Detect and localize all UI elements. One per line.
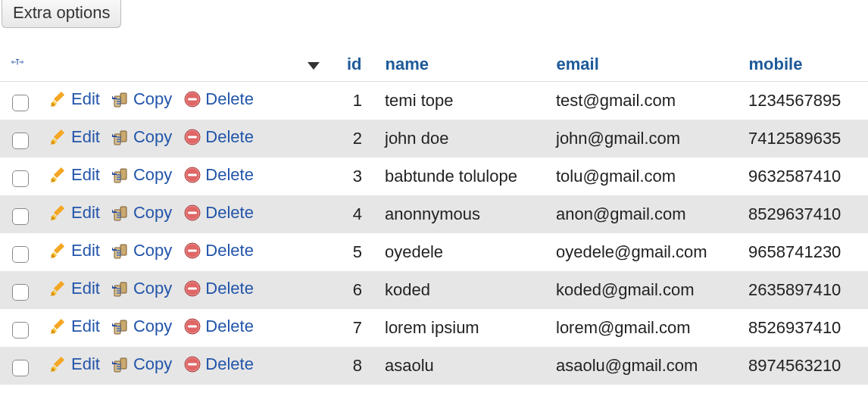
copy-link[interactable]: Copy (112, 127, 172, 147)
delete-label: Delete (205, 317, 254, 336)
edit-icon (50, 318, 67, 335)
edit-link[interactable]: Edit (50, 203, 100, 223)
delete-link[interactable]: Delete (184, 203, 254, 223)
copy-icon (112, 204, 129, 221)
row-checkbox[interactable] (12, 170, 29, 187)
copy-link[interactable]: Copy (112, 317, 172, 336)
cell-name: temi tope (376, 82, 547, 120)
edit-label: Edit (71, 317, 100, 336)
cell-email: lorem@gmail.com (547, 309, 739, 347)
edit-label: Edit (71, 203, 100, 223)
copy-label: Copy (133, 89, 172, 109)
copy-label: Copy (133, 203, 172, 223)
copy-label: Copy (133, 317, 172, 336)
delete-link[interactable]: Delete (184, 127, 254, 147)
delete-link[interactable]: Delete (184, 317, 254, 336)
copy-link[interactable]: Copy (112, 165, 172, 185)
copy-link[interactable]: Copy (112, 241, 172, 261)
cell-email: koded@gmail.com (547, 271, 739, 309)
delete-label: Delete (205, 127, 254, 147)
delete-link[interactable]: Delete (184, 279, 254, 298)
copy-link[interactable]: Copy (112, 279, 172, 298)
row-checkbox[interactable] (12, 322, 29, 339)
edit-link[interactable]: Edit (50, 165, 100, 185)
sort-dropdown-icon[interactable] (308, 55, 320, 74)
cell-email: oyedele@gmail.com (547, 233, 739, 271)
cell-mobile: 8974563210 (739, 347, 868, 385)
extra-options-button[interactable]: Extra options (2, 0, 121, 28)
table-row: EditCopyDelete5oyedeleoyedele@gmail.com9… (0, 233, 868, 271)
delete-icon (184, 280, 201, 297)
cell-email: anon@gmail.com (547, 195, 739, 233)
cell-mobile: 2635897410 (739, 271, 868, 309)
copy-icon (112, 356, 129, 373)
column-header-email[interactable]: email (557, 55, 599, 73)
column-header-actions (0, 48, 333, 82)
cell-mobile: 7412589635 (739, 120, 868, 158)
row-checkbox[interactable] (12, 95, 29, 111)
row-checkbox[interactable] (12, 246, 29, 263)
copy-icon (112, 167, 129, 183)
row-actions-cell: EditCopyDelete (0, 120, 333, 158)
table-row: EditCopyDelete1temi topetest@gmail.com12… (0, 82, 868, 120)
copy-icon (112, 242, 129, 259)
delete-icon (184, 242, 201, 259)
delete-icon (184, 356, 201, 373)
delete-label: Delete (205, 241, 254, 261)
copy-label: Copy (133, 165, 172, 185)
copy-link[interactable]: Copy (112, 354, 172, 374)
copy-icon (112, 91, 129, 108)
delete-label: Delete (205, 89, 254, 109)
row-checkbox[interactable] (12, 284, 29, 301)
row-actions-cell: EditCopyDelete (0, 195, 333, 233)
edit-link[interactable]: Edit (50, 127, 100, 147)
cell-id: 2 (333, 120, 376, 158)
edit-icon (50, 204, 67, 221)
edit-label: Edit (71, 279, 100, 298)
copy-link[interactable]: Copy (112, 203, 172, 223)
cell-name: asaolu (376, 347, 547, 385)
cell-id: 4 (333, 195, 376, 233)
table-row: EditCopyDelete7lorem ipsiumlorem@gmail.c… (0, 309, 868, 347)
delete-link[interactable]: Delete (184, 165, 254, 185)
cell-email: tolu@gmail.com (547, 158, 739, 195)
table-row: EditCopyDelete8asaoluasaolu@gmail.com897… (0, 347, 868, 385)
edit-link[interactable]: Edit (50, 317, 100, 336)
selector-arrows-icon[interactable] (9, 54, 26, 70)
column-header-id[interactable]: id (347, 55, 362, 73)
table-row: EditCopyDelete3babtunde tolulopetolu@gma… (0, 158, 868, 195)
row-actions-cell: EditCopyDelete (0, 347, 333, 385)
copy-icon (112, 129, 129, 145)
delete-label: Delete (205, 354, 254, 374)
copy-icon (112, 280, 129, 297)
edit-link[interactable]: Edit (50, 89, 100, 109)
row-checkbox[interactable] (12, 208, 29, 225)
copy-link[interactable]: Copy (112, 89, 172, 109)
delete-link[interactable]: Delete (184, 354, 254, 374)
copy-label: Copy (133, 127, 172, 147)
delete-icon (184, 167, 201, 183)
delete-link[interactable]: Delete (184, 89, 254, 109)
cell-mobile: 8526937410 (739, 309, 868, 347)
table-row: EditCopyDelete6kodedkoded@gmail.com26358… (0, 271, 868, 309)
copy-label: Copy (133, 354, 172, 374)
row-checkbox[interactable] (12, 133, 29, 149)
cell-mobile: 8529637410 (739, 195, 868, 233)
cell-id: 6 (333, 271, 376, 309)
edit-link[interactable]: Edit (50, 241, 100, 261)
cell-name: lorem ipsium (376, 309, 547, 347)
delete-icon (184, 204, 201, 221)
column-header-mobile[interactable]: mobile (749, 55, 803, 73)
edit-icon (50, 91, 67, 108)
cell-name: koded (376, 271, 547, 309)
delete-link[interactable]: Delete (184, 241, 254, 261)
cell-email: asaolu@gmail.com (547, 347, 739, 385)
column-header-name[interactable]: name (386, 55, 429, 73)
edit-icon (50, 280, 67, 297)
cell-name: john doe (376, 120, 547, 158)
edit-link[interactable]: Edit (50, 279, 100, 298)
row-checkbox[interactable] (12, 360, 29, 376)
cell-email: john@gmail.com (547, 120, 739, 158)
copy-label: Copy (133, 279, 172, 298)
edit-link[interactable]: Edit (50, 354, 100, 374)
